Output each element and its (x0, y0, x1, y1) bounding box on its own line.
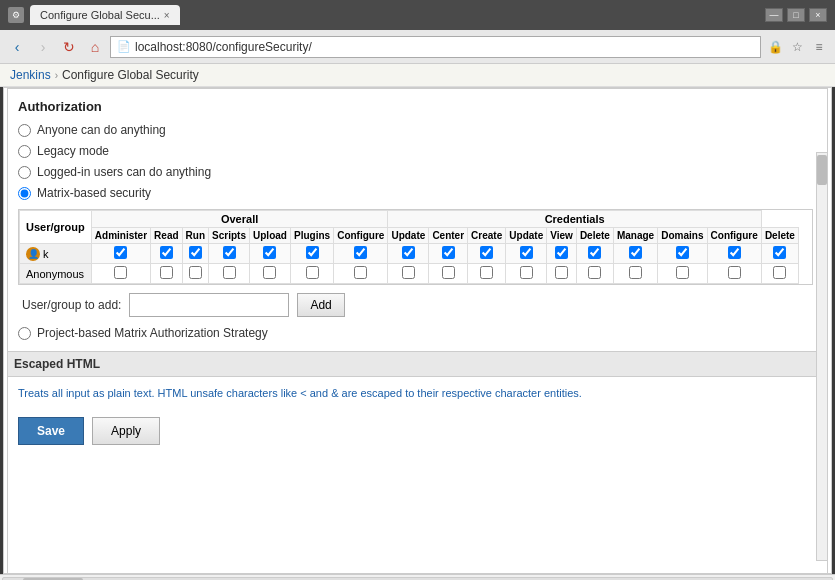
check-k-delete[interactable] (576, 244, 613, 264)
minimize-button[interactable]: — (765, 8, 783, 22)
check-anon-manage[interactable] (613, 264, 657, 284)
check-k-configure[interactable] (334, 244, 388, 264)
checkbox-k-configure[interactable] (354, 246, 367, 259)
check-k-update[interactable] (388, 244, 429, 264)
checkbox-anon-deletecred[interactable] (773, 266, 786, 279)
checkbox-anon-view[interactable] (555, 266, 568, 279)
checkbox-k-domains[interactable] (676, 246, 689, 259)
check-k-updatecred[interactable] (506, 244, 547, 264)
add-user-input[interactable] (129, 293, 289, 317)
scrollbar-track[interactable] (2, 577, 833, 581)
checkbox-k-update[interactable] (402, 246, 415, 259)
check-k-domains[interactable] (658, 244, 707, 264)
checkbox-k-center[interactable] (442, 246, 455, 259)
check-k-manage[interactable] (613, 244, 657, 264)
checkbox-anon-administer[interactable] (114, 266, 127, 279)
radio-anyone-input[interactable] (18, 124, 31, 137)
check-k-plugins[interactable] (290, 244, 333, 264)
radio-project-input[interactable] (18, 327, 31, 340)
radio-project-label[interactable]: Project-based Matrix Authorization Strat… (37, 326, 268, 340)
checkbox-anon-domains[interactable] (676, 266, 689, 279)
check-anon-updatecred[interactable] (506, 264, 547, 284)
radio-matrix-label[interactable]: Matrix-based security (37, 186, 151, 200)
check-anon-upload[interactable] (250, 264, 291, 284)
save-button[interactable]: Save (18, 417, 84, 445)
checkbox-anon-center[interactable] (442, 266, 455, 279)
radio-matrix-input[interactable] (18, 187, 31, 200)
checkbox-k-run[interactable] (189, 246, 202, 259)
checkbox-k-delete[interactable] (588, 246, 601, 259)
menu-icon[interactable]: ≡ (809, 37, 829, 57)
check-k-center[interactable] (429, 244, 468, 264)
forward-button[interactable]: › (32, 36, 54, 58)
check-anon-update[interactable] (388, 264, 429, 284)
checkbox-anon-read[interactable] (160, 266, 173, 279)
checkbox-anon-plugins[interactable] (306, 266, 319, 279)
checkbox-k-create[interactable] (480, 246, 493, 259)
checkbox-k-view[interactable] (555, 246, 568, 259)
check-k-upload[interactable] (250, 244, 291, 264)
check-k-administer[interactable] (91, 244, 150, 264)
checkbox-anon-manage[interactable] (629, 266, 642, 279)
check-k-configurecred[interactable] (707, 244, 761, 264)
maximize-button[interactable]: □ (787, 8, 805, 22)
home-button[interactable]: ⌂ (84, 36, 106, 58)
checkbox-anon-create[interactable] (480, 266, 493, 279)
check-k-run[interactable] (182, 244, 208, 264)
check-anon-view[interactable] (547, 264, 577, 284)
check-anon-configure[interactable] (334, 264, 388, 284)
check-anon-deletecred[interactable] (761, 264, 798, 284)
browser-tab[interactable]: Configure Global Secu... × (30, 5, 180, 25)
radio-legacy-input[interactable] (18, 145, 31, 158)
radio-loggedin-input[interactable] (18, 166, 31, 179)
check-k-deletecred[interactable] (761, 244, 798, 264)
check-anon-configurecred[interactable] (707, 264, 761, 284)
check-anon-create[interactable] (468, 264, 506, 284)
check-k-read[interactable] (151, 244, 182, 264)
checkbox-k-deletecred[interactable] (773, 246, 786, 259)
checkbox-anon-upload[interactable] (263, 266, 276, 279)
checkbox-anon-updatecred[interactable] (520, 266, 533, 279)
lock-icon[interactable]: 🔒 (765, 37, 785, 57)
checkbox-anon-update[interactable] (402, 266, 415, 279)
check-anon-delete[interactable] (576, 264, 613, 284)
horizontal-scrollbar[interactable] (0, 574, 835, 580)
checkbox-anon-run[interactable] (189, 266, 202, 279)
checkbox-k-upload[interactable] (263, 246, 276, 259)
checkbox-k-scripts[interactable] (223, 246, 236, 259)
check-anon-center[interactable] (429, 264, 468, 284)
reload-button[interactable]: ↻ (58, 36, 80, 58)
check-anon-plugins[interactable] (290, 264, 333, 284)
checkbox-anon-delete[interactable] (588, 266, 601, 279)
radio-anyone-label[interactable]: Anyone can do anything (37, 123, 166, 137)
back-button[interactable]: ‹ (6, 36, 28, 58)
check-anon-run[interactable] (182, 264, 208, 284)
add-button[interactable]: Add (297, 293, 344, 317)
apply-button[interactable]: Apply (92, 417, 160, 445)
close-button[interactable]: × (809, 8, 827, 22)
check-k-create[interactable] (468, 244, 506, 264)
checkbox-anon-scripts[interactable] (223, 266, 236, 279)
breadcrumb-home-link[interactable]: Jenkins (10, 68, 51, 82)
checkbox-k-administer[interactable] (114, 246, 127, 259)
check-anon-read[interactable] (151, 264, 182, 284)
checkbox-anon-configurecred[interactable] (728, 266, 741, 279)
checkbox-k-manage[interactable] (629, 246, 642, 259)
check-anon-scripts[interactable] (209, 264, 250, 284)
address-bar[interactable]: 📄 localhost:8080/configureSecurity/ (110, 36, 761, 58)
check-anon-domains[interactable] (658, 264, 707, 284)
tab-close-button[interactable]: × (164, 10, 170, 21)
checkbox-k-plugins[interactable] (306, 246, 319, 259)
checkbox-k-updatecred[interactable] (520, 246, 533, 259)
vertical-scrollbar[interactable] (816, 152, 828, 561)
radio-legacy-label[interactable]: Legacy mode (37, 144, 109, 158)
check-anon-administer[interactable] (91, 264, 150, 284)
scrollbar-thumb[interactable] (817, 155, 827, 185)
checkbox-k-read[interactable] (160, 246, 173, 259)
check-k-view[interactable] (547, 244, 577, 264)
radio-loggedin-label[interactable]: Logged-in users can do anything (37, 165, 211, 179)
bookmark-icon[interactable]: ☆ (787, 37, 807, 57)
check-k-scripts[interactable] (209, 244, 250, 264)
checkbox-k-configurecred[interactable] (728, 246, 741, 259)
checkbox-anon-configure[interactable] (354, 266, 367, 279)
